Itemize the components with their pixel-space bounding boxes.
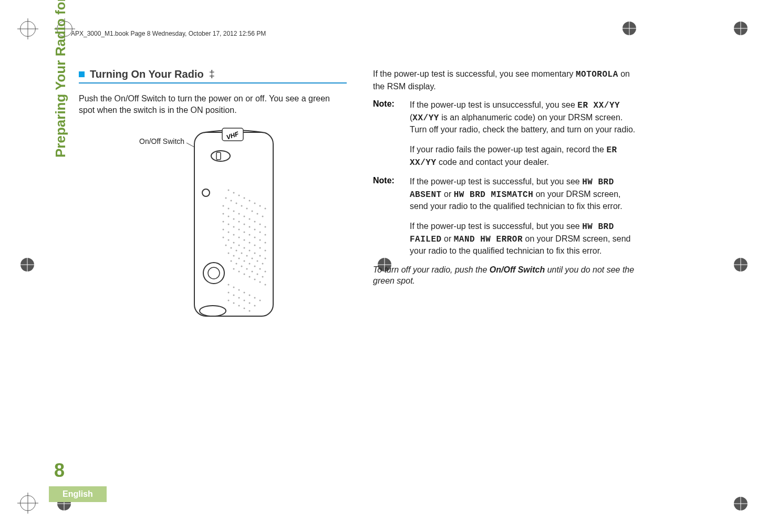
svg-point-81 bbox=[265, 250, 266, 252]
svg-point-85 bbox=[238, 245, 240, 246]
svg-point-94 bbox=[241, 253, 243, 254]
svg-point-127 bbox=[260, 300, 261, 301]
svg-point-122 bbox=[233, 287, 235, 288]
svg-point-39 bbox=[231, 200, 232, 202]
svg-point-73 bbox=[223, 229, 224, 231]
heading-rule bbox=[79, 82, 347, 84]
svg-point-63 bbox=[265, 234, 266, 236]
svg-point-114 bbox=[233, 268, 235, 270]
turnoff-a: To turn off your radio, push the bbox=[373, 265, 490, 274]
svg-point-90 bbox=[265, 258, 266, 259]
heading-row: Turning On Your Radio ‡ bbox=[79, 68, 347, 80]
svg-point-84 bbox=[233, 242, 235, 244]
dagger-mark-icon: ‡ bbox=[209, 68, 215, 80]
display-code-mand-hw-error: MAND HW ERROR bbox=[454, 235, 523, 244]
svg-point-130 bbox=[238, 297, 240, 299]
turn-off-paragraph: To turn off your radio, push the On/Off … bbox=[373, 264, 641, 287]
svg-point-45 bbox=[262, 216, 264, 217]
svg-point-49 bbox=[238, 213, 240, 215]
turnoff-bold: On/Off Switch bbox=[490, 265, 545, 274]
note2-p1a: If the power-up test is successful, but … bbox=[410, 177, 582, 186]
svg-point-124 bbox=[244, 292, 245, 294]
svg-point-109 bbox=[241, 266, 243, 267]
crop-mark-icon bbox=[20, 495, 36, 511]
svg-point-118 bbox=[254, 279, 256, 280]
svg-point-139 bbox=[200, 306, 226, 316]
svg-rect-26 bbox=[216, 152, 221, 160]
svg-point-121 bbox=[228, 284, 230, 286]
intro-paragraph: Push the On/Off Switch to turn the power… bbox=[79, 93, 347, 116]
svg-point-116 bbox=[244, 274, 245, 275]
crop-mark-icon bbox=[733, 496, 748, 511]
success-prefix: If the power-up test is successful, you … bbox=[373, 69, 576, 78]
crop-mark-icon bbox=[733, 257, 748, 272]
svg-point-42 bbox=[246, 208, 248, 210]
svg-point-104 bbox=[254, 266, 256, 267]
display-code-hwbrd-mismatch: HW BRD MISMATCH bbox=[454, 190, 534, 200]
right-column: If the power-up test is successful, you … bbox=[373, 68, 641, 321]
svg-point-129 bbox=[233, 295, 235, 296]
svg-point-107 bbox=[231, 260, 232, 262]
crop-mark-icon bbox=[20, 257, 35, 272]
note1-p1c: is an alphanumeric code) on your DRSM sc… bbox=[410, 113, 635, 134]
svg-point-132 bbox=[249, 302, 251, 304]
svg-point-97 bbox=[257, 260, 258, 262]
svg-point-82 bbox=[223, 237, 224, 238]
svg-point-76 bbox=[238, 237, 240, 238]
page-number: 8 bbox=[54, 460, 65, 482]
svg-point-38 bbox=[225, 197, 227, 199]
svg-point-51 bbox=[249, 218, 251, 220]
svg-point-30 bbox=[228, 190, 230, 191]
svg-point-111 bbox=[252, 271, 253, 273]
note-body: If the power-up test is successful, but … bbox=[410, 176, 641, 257]
svg-point-83 bbox=[228, 239, 230, 241]
svg-point-75 bbox=[233, 234, 235, 236]
svg-point-69 bbox=[249, 234, 251, 236]
svg-point-115 bbox=[238, 271, 240, 273]
svg-point-102 bbox=[244, 260, 245, 262]
svg-point-131 bbox=[244, 300, 245, 301]
svg-point-108 bbox=[236, 263, 237, 265]
svg-point-105 bbox=[260, 268, 261, 270]
svg-point-59 bbox=[244, 224, 245, 225]
svg-point-133 bbox=[254, 305, 256, 307]
crop-mark-icon bbox=[20, 21, 36, 37]
note-body: If the power-up test is unsuccessful, yo… bbox=[410, 99, 641, 169]
svg-point-126 bbox=[254, 297, 256, 299]
svg-point-44 bbox=[257, 213, 258, 215]
svg-point-74 bbox=[228, 232, 230, 233]
note-label: Note: bbox=[373, 176, 402, 257]
svg-point-137 bbox=[244, 308, 245, 309]
device-figure: On/Off Switch VHF bbox=[79, 127, 347, 321]
svg-point-88 bbox=[254, 253, 256, 254]
svg-point-50 bbox=[244, 216, 245, 217]
svg-point-70 bbox=[254, 237, 256, 238]
svg-point-53 bbox=[260, 224, 261, 225]
svg-point-67 bbox=[238, 229, 240, 231]
svg-point-101 bbox=[238, 258, 240, 259]
svg-point-136 bbox=[238, 305, 240, 307]
svg-point-120 bbox=[265, 284, 266, 286]
note-label: Note: bbox=[373, 99, 402, 169]
svg-point-119 bbox=[260, 281, 261, 283]
note2-p2b: or bbox=[442, 234, 454, 243]
svg-point-99 bbox=[228, 253, 230, 254]
note-2: Note: If the power-up test is successful… bbox=[373, 176, 641, 257]
svg-point-57 bbox=[233, 218, 235, 220]
svg-point-31 bbox=[233, 192, 235, 194]
svg-point-36 bbox=[260, 205, 261, 207]
svg-point-95 bbox=[246, 255, 248, 257]
svg-point-87 bbox=[249, 250, 251, 252]
switch-label: On/Off Switch bbox=[139, 137, 184, 145]
svg-point-86 bbox=[244, 247, 245, 249]
note1-p2a: If your radio fails the power-up test ag… bbox=[410, 145, 606, 154]
svg-point-103 bbox=[249, 263, 251, 265]
left-column: Turning On Your Radio ‡ Push the On/Off … bbox=[79, 68, 347, 321]
svg-rect-22 bbox=[194, 132, 273, 316]
success-paragraph: If the power-up test is successful, you … bbox=[373, 68, 641, 92]
svg-point-41 bbox=[241, 205, 243, 207]
svg-point-46 bbox=[223, 205, 224, 207]
section-heading: Turning On Your Radio bbox=[90, 68, 204, 80]
svg-point-68 bbox=[244, 232, 245, 233]
svg-point-117 bbox=[249, 276, 251, 278]
